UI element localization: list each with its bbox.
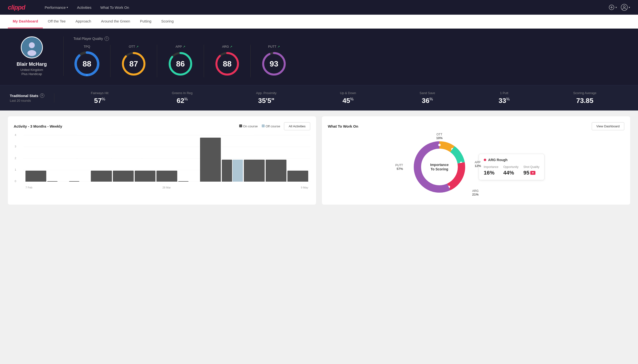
svg-point-27	[438, 144, 441, 146]
x-axis-label: 28 Mar	[162, 186, 171, 189]
score-label-app: APP ↗	[175, 45, 185, 48]
arg-stats: Importance 16% Opportunity 44% Shot Qual…	[484, 165, 539, 176]
tab-around-the-green[interactable]: Around the Green	[96, 15, 135, 28]
score-item-app: APP ↗ 86	[157, 45, 204, 77]
score-label-putt: PUTT ↗	[268, 45, 280, 48]
y-axis-label: 3	[15, 145, 16, 148]
trad-sublabel: Last 20 rounds	[10, 99, 44, 102]
tab-putting[interactable]: Putting	[135, 15, 156, 28]
on-course-bar	[244, 160, 265, 182]
stat-name: 1 Putt	[500, 91, 508, 95]
bar-group	[200, 138, 221, 182]
svg-point-7	[28, 50, 36, 56]
nav-right: ▾ ▾	[609, 4, 630, 11]
stat-value: 57%	[94, 97, 105, 105]
stat-value: 33%	[499, 97, 510, 105]
scores-section: Total Player Quality ? TPQ 88 OTT ↗ 87 A…	[64, 36, 628, 77]
view-dashboard-button[interactable]: View Dashboard	[592, 122, 624, 130]
ring-app: 86	[167, 50, 194, 77]
score-label-ott: OTT ↗	[129, 45, 139, 48]
putt-label: PUTT 57%	[395, 164, 403, 171]
all-activities-button[interactable]: All Activities	[284, 122, 310, 130]
svg-point-3	[621, 4, 627, 10]
ring-number-ott: 87	[129, 60, 138, 68]
tab-my-dashboard[interactable]: My Dashboard	[8, 15, 43, 28]
ring-arg: 88	[214, 50, 241, 77]
add-button[interactable]: ▾	[609, 4, 617, 10]
chevron-down-icon: ▾	[67, 6, 68, 9]
on-course-bar	[222, 160, 232, 182]
bar-group	[266, 160, 286, 182]
stat-scoring-average: Scoring Average 73.85	[573, 91, 596, 105]
ring-number-arg: 88	[223, 60, 232, 68]
tab-approach[interactable]: Approach	[71, 15, 96, 28]
help-icon[interactable]: ?	[105, 36, 109, 41]
on-course-bar	[47, 181, 58, 182]
empty-bar	[80, 181, 90, 182]
trend-up-icon: ↗	[230, 45, 232, 48]
ott-label: OTT 10%	[436, 133, 443, 140]
nav-links: Performance ▾ Activities What To Work On	[45, 6, 129, 10]
off-course-bar	[233, 160, 243, 182]
activity-card-header: Activity - 3 Months - Weekly On course O…	[14, 122, 310, 130]
x-axis-label: 9 May	[301, 186, 308, 189]
svg-point-6	[29, 42, 35, 48]
stat-name: Sand Save	[420, 91, 435, 95]
score-item-arg: ARG ↗ 88	[204, 45, 251, 77]
arg-dot	[484, 159, 486, 161]
user-button[interactable]: ▾	[621, 4, 630, 11]
bar-group	[135, 171, 155, 182]
stat-value: 62%	[177, 97, 188, 105]
activity-legend: On course Off course	[239, 124, 280, 128]
opportunity-value: 44%	[503, 170, 519, 176]
ring-number-app: 86	[176, 60, 185, 68]
empty-bar	[189, 181, 199, 182]
bar-group	[244, 160, 265, 182]
on-course-bar	[287, 171, 308, 182]
bars-area	[24, 135, 310, 182]
stat-name: App. Proximity	[256, 91, 277, 95]
bottom-section: Activity - 3 Months - Weekly On course O…	[0, 110, 638, 210]
ring-number-putt: 93	[270, 60, 278, 68]
donut-wrapper: OTT 10% APP 12% ARG 21% PUTT	[408, 135, 471, 199]
svg-point-4	[623, 6, 625, 8]
nav-what-to-work-on[interactable]: What To Work On	[100, 6, 129, 10]
x-axis-label: 7 Feb	[26, 186, 32, 189]
bar-group	[178, 181, 199, 182]
tab-off-the-tee[interactable]: Off the Tee	[43, 15, 71, 28]
nav-performance[interactable]: Performance ▾	[45, 6, 68, 10]
chevron-down-icon-add: ▾	[615, 6, 617, 9]
work-on-card: What To Work On View Dashboard OTT 10% A…	[322, 116, 630, 204]
nav-activities[interactable]: Activities	[77, 6, 91, 10]
bar-group	[222, 160, 243, 182]
stat-value: 73.85	[576, 97, 593, 105]
chevron-down-icon-user: ▾	[629, 6, 630, 9]
score-item-tpq: TPQ 88	[73, 45, 110, 77]
trend-up-icon: ↗	[277, 45, 280, 48]
opportunity-stat: Opportunity 44%	[503, 165, 519, 176]
score-item-putt: PUTT ↗ 93	[251, 45, 297, 77]
on-course-bar	[200, 138, 221, 182]
stat-items: Fairways Hit 57% Greens In Reg 62% App. …	[54, 91, 628, 105]
logo: clippd	[8, 4, 25, 11]
stat-value: 35'5"	[258, 97, 274, 105]
app-label: APP 12%	[475, 160, 481, 168]
trad-help-icon[interactable]: ?	[40, 94, 44, 98]
stat-up-&-down: Up & Down 45%	[340, 91, 356, 105]
stat-1-putt: 1 Putt 33%	[499, 91, 510, 105]
y-axis-label: 2	[15, 157, 16, 160]
stat-name: Scoring Average	[573, 91, 596, 95]
score-label-tpq: TPQ	[84, 45, 90, 48]
on-course-bar	[135, 171, 155, 182]
tab-scoring[interactable]: Scoring	[156, 15, 178, 28]
y-axis-label: 4	[15, 134, 16, 136]
arg-detail-card: ARG Rough Importance 16% Opportunity 44%…	[479, 154, 544, 180]
donut-area: OTT 10% APP 12% ARG 21% PUTT	[328, 135, 624, 199]
y-axis-label: 0	[15, 180, 16, 182]
top-nav: clippd Performance ▾ Activities What To …	[0, 0, 638, 15]
on-course-legend-dot	[239, 124, 242, 127]
hero-section: Blair McHarg United Kingdom Plus Handica…	[0, 28, 638, 85]
ring-number-tpq: 88	[83, 60, 91, 68]
empty-bar	[58, 181, 68, 182]
work-on-header: What To Work On View Dashboard	[328, 122, 624, 130]
